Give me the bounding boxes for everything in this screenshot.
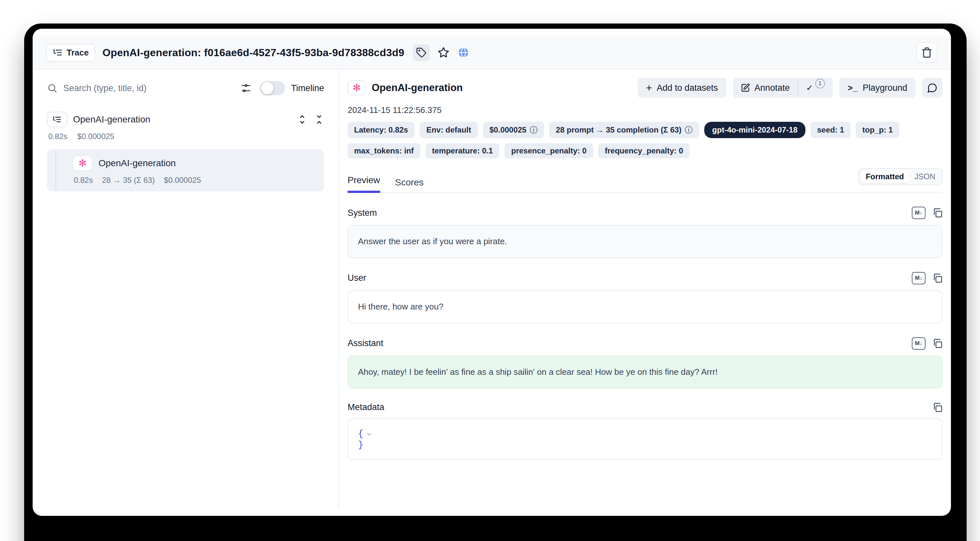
formatted-option[interactable]: Formatted — [861, 170, 909, 183]
playground-label: Playground — [862, 83, 907, 93]
copy-button[interactable] — [933, 208, 942, 218]
markdown-toggle-icon[interactable]: M↓ — [912, 207, 926, 219]
trace-tree-sidebar: Timeline OpenAI-generation — [33, 69, 339, 508]
list-tree-icon — [52, 115, 62, 124]
edit-pencil-icon — [741, 83, 750, 93]
copy-icon — [933, 338, 942, 348]
info-icon: ⓘ — [685, 125, 692, 135]
search-row: Timeline — [47, 81, 324, 95]
assistant-message: Ahoy, matey! I be feelin' as fine as a s… — [348, 356, 942, 389]
tags-button[interactable] — [413, 44, 430, 61]
chevron-down-icon — [366, 431, 372, 437]
json-option[interactable]: JSON — [909, 170, 940, 183]
info-icon: ⓘ — [530, 125, 538, 135]
action-buttons: + Add to datasets Annotate ✓ 1 — [638, 78, 942, 98]
tree-guide-line — [56, 150, 56, 192]
observation-title: OpenAI-generation — [372, 82, 463, 94]
annotate-button[interactable]: Annotate — [733, 78, 797, 98]
openai-icon: ✻ — [352, 83, 361, 93]
tree-child-metrics: 0.82s 28 → 35 (Σ 63) $0.000025 — [74, 176, 318, 185]
trace-badge-label: Trace — [67, 48, 89, 58]
globe-icon — [457, 46, 469, 59]
copy-icon — [933, 402, 942, 412]
search-input[interactable] — [63, 83, 204, 93]
tree-child-label: OpenAI-generation — [99, 158, 176, 169]
tab-scores[interactable]: Scores — [395, 177, 423, 193]
section-label: System — [348, 208, 377, 218]
cost-badge[interactable]: $0.000025ⓘ — [483, 122, 544, 138]
expand-all-button[interactable] — [297, 115, 307, 124]
timeline-label: Timeline — [291, 83, 324, 93]
copy-icon — [933, 208, 942, 218]
top-p-badge: top_p: 1 — [856, 122, 899, 138]
tree-root-label: OpenAI-generation — [73, 114, 150, 125]
openai-icon: ✻ — [78, 158, 86, 168]
model-badge[interactable]: gpt-4o-mini-2024-07-18 — [704, 122, 805, 138]
env-badge: Env: default — [420, 122, 477, 138]
tree-root-item[interactable]: OpenAI-generation — [47, 112, 324, 127]
list-tree-icon — [53, 48, 63, 57]
toggle-knob — [261, 82, 274, 94]
observation-detail-panel: ✻ OpenAI-generation + Add to datasets An… — [339, 69, 951, 508]
unfold-vertical-icon — [297, 115, 307, 124]
collapse-all-button[interactable] — [314, 115, 324, 124]
json-open-brace: { — [358, 429, 363, 440]
annotate-label: Annotate — [754, 83, 790, 93]
copy-button[interactable] — [933, 273, 942, 283]
timeline-toggle[interactable] — [260, 81, 285, 95]
cost-value: $0.000025 — [164, 176, 201, 185]
copy-button[interactable] — [933, 402, 942, 412]
tree-child-item-selected[interactable]: ✻ OpenAI-generation 0.82s 28 → 35 (Σ 63)… — [47, 150, 324, 192]
timestamp: 2024-11-15 11:22:56.375 — [348, 105, 942, 115]
tokens-badge[interactable]: 28 prompt → 35 completion (Σ 63)ⓘ — [549, 122, 699, 138]
annotate-split-button: Annotate ✓ 1 — [733, 78, 833, 98]
json-close-brace: } — [358, 440, 363, 451]
bookmark-star-button[interactable] — [438, 47, 449, 59]
view-settings-button[interactable] — [241, 83, 251, 93]
trace-tree: OpenAI-generation 0.82s $0.000025 — [47, 112, 324, 192]
annotation-count-badge: 1 — [815, 79, 825, 88]
add-to-datasets-label: Add to datasets — [657, 83, 718, 93]
tree-actions — [297, 115, 324, 124]
temperature-badge: temperature: 0.1 — [426, 143, 500, 158]
generation-badge: ✻ — [348, 80, 366, 95]
frequency-penalty-badge: frequency_penalty: 0 — [598, 143, 690, 158]
latency-value: 0.82s — [48, 132, 68, 141]
app-window: Trace OpenAI-generation: f016ae6d-4527-4… — [33, 29, 951, 516]
annotate-dropdown-button[interactable]: ✓ 1 — [798, 78, 833, 98]
playground-button[interactable]: >_ Playground — [839, 78, 916, 98]
markdown-toggle-icon[interactable]: M↓ — [912, 337, 926, 349]
tab-preview[interactable]: Preview — [348, 175, 380, 193]
terminal-icon: >_ — [848, 83, 858, 93]
format-segmented-control: Formatted JSON — [859, 168, 942, 185]
user-message: Hi there, how are you? — [348, 290, 942, 324]
plus-icon: + — [646, 82, 652, 94]
delete-trace-button[interactable] — [916, 42, 937, 63]
copy-button[interactable] — [933, 338, 942, 348]
user-section: User M↓ Hi there, how are you? — [348, 272, 942, 324]
trash-icon — [921, 47, 932, 58]
comments-button[interactable] — [922, 78, 942, 98]
content-panels: Timeline OpenAI-generation — [33, 69, 951, 508]
tree-root-metrics: 0.82s $0.000025 — [48, 132, 324, 141]
public-share-button[interactable] — [457, 46, 469, 59]
tokens-value: 28 → 35 (Σ 63) — [102, 176, 155, 185]
json-collapse-toggle[interactable] — [366, 431, 372, 437]
copy-icon — [933, 273, 942, 283]
tabs-row: Preview Scores Formatted JSON — [348, 168, 942, 193]
trace-node-badge — [47, 112, 67, 127]
latency-value: 0.82s — [74, 176, 93, 185]
metadata-section: Metadata { } — [348, 402, 942, 460]
markdown-toggle-icon[interactable]: M↓ — [912, 272, 926, 284]
system-message: Answer the user as if you were a pirate. — [348, 225, 942, 258]
section-label: Metadata — [348, 402, 384, 412]
tag-icon — [416, 47, 426, 58]
comment-bubble-icon — [927, 83, 937, 93]
seed-badge: seed: 1 — [811, 122, 851, 138]
trace-type-badge: Trace — [46, 44, 95, 62]
generation-node-badge: ✻ — [72, 155, 93, 171]
add-to-datasets-button[interactable]: + Add to datasets — [638, 78, 726, 98]
metadata-json-viewer: { } — [348, 418, 942, 460]
observation-header: ✻ OpenAI-generation + Add to datasets An… — [348, 78, 942, 98]
trace-header: Trace OpenAI-generation: f016ae6d-4527-4… — [33, 37, 951, 69]
